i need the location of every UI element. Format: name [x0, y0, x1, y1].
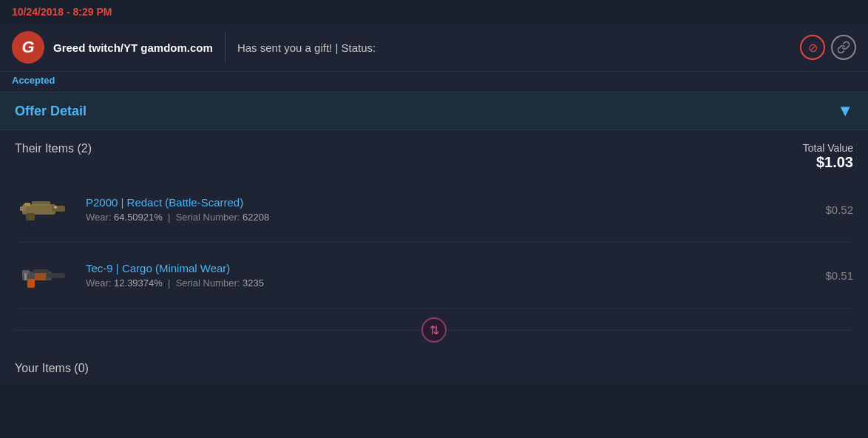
item-info-2: Tec-9 | Cargo (Minimal Wear) Wear: 12.39… — [86, 262, 797, 289]
avatar-letter: G — [21, 38, 34, 57]
item-price-1: $0.52 — [809, 203, 853, 216]
your-items-label: Your Items (0) — [15, 351, 853, 385]
header-divider — [225, 33, 226, 62]
timestamp: 10/24/2018 - 8:29 PM — [0, 0, 868, 24]
list-item: P2000 | Redact (Battle-Scarred) Wear: 64… — [15, 177, 853, 243]
svg-rect-5 — [20, 206, 26, 211]
offer-body: Their Items (2) Total Value $1.03 P2000 … — [0, 130, 868, 385]
svg-rect-3 — [24, 203, 30, 206]
item-details-1: Wear: 64.50921% | Serial Number: 62208 — [86, 212, 797, 223]
items-header: Their Items (2) Total Value $1.03 — [15, 130, 853, 177]
divider-section: ⇅ — [15, 309, 853, 351]
item-name-2: Tec-9 | Cargo (Minimal Wear) — [86, 262, 797, 274]
svg-rect-6 — [32, 201, 50, 205]
list-item: Tec-9 | Cargo (Minimal Wear) Wear: 12.39… — [15, 243, 853, 309]
item-details-2: Wear: 12.39374% | Serial Number: 3235 — [86, 277, 797, 289]
total-value-label: Total Value — [803, 142, 853, 154]
svg-rect-11 — [33, 269, 48, 273]
header-bar: G Greed twitch/YT gamdom.com Has sent yo… — [0, 24, 868, 72]
svg-rect-12 — [35, 273, 46, 280]
total-value-block: Total Value $1.03 — [803, 142, 853, 171]
offer-detail-header: Offer Detail ▼ — [0, 92, 868, 130]
item-info-1: P2000 | Redact (Battle-Scarred) Wear: 64… — [86, 196, 797, 223]
svg-rect-13 — [24, 273, 27, 280]
avatar: G — [12, 31, 44, 64]
gift-status: Has sent you a gift! | Status: — [237, 41, 376, 54]
chevron-down-icon[interactable]: ▼ — [837, 101, 853, 121]
svg-rect-1 — [52, 206, 65, 212]
offer-detail-title: Offer Detail — [15, 104, 87, 119]
total-value-amount: $1.03 — [803, 154, 853, 171]
ban-button[interactable]: ⊘ — [800, 35, 825, 60]
item-name-1: P2000 | Redact (Battle-Scarred) — [86, 196, 797, 209]
svg-rect-2 — [26, 213, 35, 220]
link-button[interactable] — [831, 35, 856, 60]
svg-rect-8 — [47, 273, 65, 278]
item-image-2 — [15, 253, 74, 297]
header-icons: ⊘ — [800, 35, 856, 60]
svg-point-4 — [54, 206, 57, 209]
svg-rect-9 — [27, 279, 35, 288]
sender-name: Greed twitch/YT gamdom.com — [53, 41, 213, 54]
item-price-2: $0.51 — [809, 269, 853, 282]
their-items-label: Their Items (2) — [15, 142, 92, 155]
swap-icon[interactable]: ⇅ — [421, 317, 447, 343]
accepted-label: Accepted — [0, 72, 868, 92]
item-image-1 — [15, 187, 74, 232]
